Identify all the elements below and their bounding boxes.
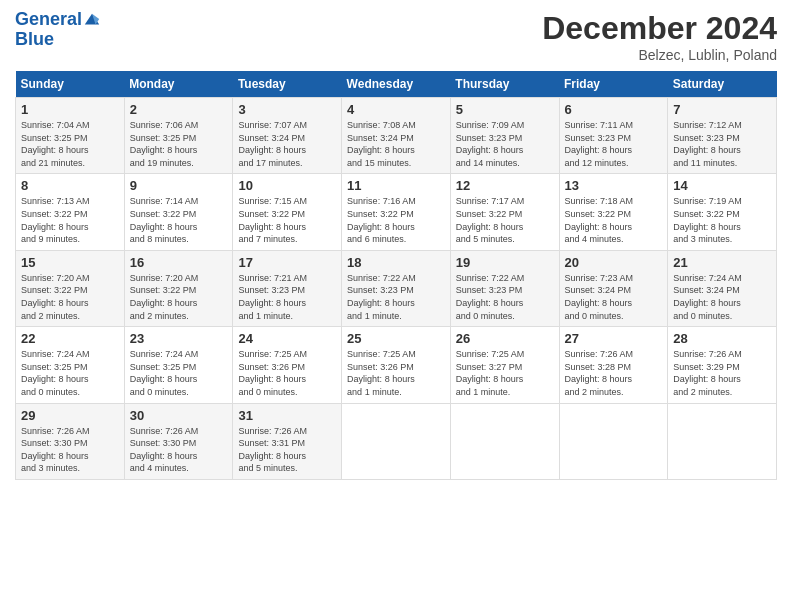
location: Belzec, Lublin, Poland bbox=[542, 47, 777, 63]
table-row: 17Sunrise: 7:21 AMSunset: 3:23 PMDayligh… bbox=[233, 250, 342, 326]
month-title: December 2024 bbox=[542, 10, 777, 47]
calendar-week-row: 8Sunrise: 7:13 AMSunset: 3:22 PMDaylight… bbox=[16, 174, 777, 250]
day-number: 15 bbox=[21, 255, 119, 270]
day-number: 6 bbox=[565, 102, 663, 117]
table-row: 10Sunrise: 7:15 AMSunset: 3:22 PMDayligh… bbox=[233, 174, 342, 250]
logo-icon bbox=[83, 11, 101, 29]
logo: General Blue bbox=[15, 10, 101, 50]
table-row: 29Sunrise: 7:26 AMSunset: 3:30 PMDayligh… bbox=[16, 403, 125, 479]
day-info: Sunrise: 7:08 AMSunset: 3:24 PMDaylight:… bbox=[347, 119, 445, 169]
table-row: 12Sunrise: 7:17 AMSunset: 3:22 PMDayligh… bbox=[450, 174, 559, 250]
day-info: Sunrise: 7:18 AMSunset: 3:22 PMDaylight:… bbox=[565, 195, 663, 245]
day-info: Sunrise: 7:12 AMSunset: 3:23 PMDaylight:… bbox=[673, 119, 771, 169]
day-number: 10 bbox=[238, 178, 336, 193]
day-number: 20 bbox=[565, 255, 663, 270]
calendar-week-row: 29Sunrise: 7:26 AMSunset: 3:30 PMDayligh… bbox=[16, 403, 777, 479]
day-number: 25 bbox=[347, 331, 445, 346]
day-number: 27 bbox=[565, 331, 663, 346]
day-info: Sunrise: 7:24 AMSunset: 3:25 PMDaylight:… bbox=[21, 348, 119, 398]
table-row: 13Sunrise: 7:18 AMSunset: 3:22 PMDayligh… bbox=[559, 174, 668, 250]
table-row: 8Sunrise: 7:13 AMSunset: 3:22 PMDaylight… bbox=[16, 174, 125, 250]
table-row: 4Sunrise: 7:08 AMSunset: 3:24 PMDaylight… bbox=[342, 98, 451, 174]
table-row bbox=[668, 403, 777, 479]
table-row: 21Sunrise: 7:24 AMSunset: 3:24 PMDayligh… bbox=[668, 250, 777, 326]
table-row bbox=[342, 403, 451, 479]
page-container: General Blue December 2024 Belzec, Lubli… bbox=[0, 0, 792, 490]
table-row: 30Sunrise: 7:26 AMSunset: 3:30 PMDayligh… bbox=[124, 403, 233, 479]
page-header: General Blue December 2024 Belzec, Lubli… bbox=[15, 10, 777, 63]
calendar-week-row: 15Sunrise: 7:20 AMSunset: 3:22 PMDayligh… bbox=[16, 250, 777, 326]
day-info: Sunrise: 7:22 AMSunset: 3:23 PMDaylight:… bbox=[347, 272, 445, 322]
day-number: 18 bbox=[347, 255, 445, 270]
day-info: Sunrise: 7:07 AMSunset: 3:24 PMDaylight:… bbox=[238, 119, 336, 169]
table-row: 16Sunrise: 7:20 AMSunset: 3:22 PMDayligh… bbox=[124, 250, 233, 326]
day-number: 9 bbox=[130, 178, 228, 193]
day-number: 16 bbox=[130, 255, 228, 270]
day-info: Sunrise: 7:24 AMSunset: 3:24 PMDaylight:… bbox=[673, 272, 771, 322]
day-info: Sunrise: 7:04 AMSunset: 3:25 PMDaylight:… bbox=[21, 119, 119, 169]
day-info: Sunrise: 7:06 AMSunset: 3:25 PMDaylight:… bbox=[130, 119, 228, 169]
day-number: 21 bbox=[673, 255, 771, 270]
day-info: Sunrise: 7:14 AMSunset: 3:22 PMDaylight:… bbox=[130, 195, 228, 245]
day-number: 14 bbox=[673, 178, 771, 193]
col-sunday: Sunday bbox=[16, 71, 125, 98]
day-info: Sunrise: 7:11 AMSunset: 3:23 PMDaylight:… bbox=[565, 119, 663, 169]
day-info: Sunrise: 7:25 AMSunset: 3:26 PMDaylight:… bbox=[238, 348, 336, 398]
day-number: 24 bbox=[238, 331, 336, 346]
day-number: 22 bbox=[21, 331, 119, 346]
day-number: 31 bbox=[238, 408, 336, 423]
col-tuesday: Tuesday bbox=[233, 71, 342, 98]
table-row: 22Sunrise: 7:24 AMSunset: 3:25 PMDayligh… bbox=[16, 327, 125, 403]
day-info: Sunrise: 7:24 AMSunset: 3:25 PMDaylight:… bbox=[130, 348, 228, 398]
calendar-table: Sunday Monday Tuesday Wednesday Thursday… bbox=[15, 71, 777, 480]
day-info: Sunrise: 7:09 AMSunset: 3:23 PMDaylight:… bbox=[456, 119, 554, 169]
day-info: Sunrise: 7:26 AMSunset: 3:30 PMDaylight:… bbox=[130, 425, 228, 475]
col-monday: Monday bbox=[124, 71, 233, 98]
day-info: Sunrise: 7:26 AMSunset: 3:28 PMDaylight:… bbox=[565, 348, 663, 398]
table-row bbox=[450, 403, 559, 479]
table-row: 6Sunrise: 7:11 AMSunset: 3:23 PMDaylight… bbox=[559, 98, 668, 174]
day-info: Sunrise: 7:26 AMSunset: 3:29 PMDaylight:… bbox=[673, 348, 771, 398]
logo-text: General bbox=[15, 10, 82, 30]
calendar-week-row: 1Sunrise: 7:04 AMSunset: 3:25 PMDaylight… bbox=[16, 98, 777, 174]
day-info: Sunrise: 7:21 AMSunset: 3:23 PMDaylight:… bbox=[238, 272, 336, 322]
table-row: 9Sunrise: 7:14 AMSunset: 3:22 PMDaylight… bbox=[124, 174, 233, 250]
day-number: 1 bbox=[21, 102, 119, 117]
day-number: 23 bbox=[130, 331, 228, 346]
table-row: 7Sunrise: 7:12 AMSunset: 3:23 PMDaylight… bbox=[668, 98, 777, 174]
table-row: 5Sunrise: 7:09 AMSunset: 3:23 PMDaylight… bbox=[450, 98, 559, 174]
table-row: 3Sunrise: 7:07 AMSunset: 3:24 PMDaylight… bbox=[233, 98, 342, 174]
day-number: 2 bbox=[130, 102, 228, 117]
day-number: 30 bbox=[130, 408, 228, 423]
table-row bbox=[559, 403, 668, 479]
day-info: Sunrise: 7:25 AMSunset: 3:26 PMDaylight:… bbox=[347, 348, 445, 398]
day-info: Sunrise: 7:23 AMSunset: 3:24 PMDaylight:… bbox=[565, 272, 663, 322]
col-thursday: Thursday bbox=[450, 71, 559, 98]
table-row: 26Sunrise: 7:25 AMSunset: 3:27 PMDayligh… bbox=[450, 327, 559, 403]
col-wednesday: Wednesday bbox=[342, 71, 451, 98]
table-row: 31Sunrise: 7:26 AMSunset: 3:31 PMDayligh… bbox=[233, 403, 342, 479]
table-row: 20Sunrise: 7:23 AMSunset: 3:24 PMDayligh… bbox=[559, 250, 668, 326]
day-number: 12 bbox=[456, 178, 554, 193]
table-row: 14Sunrise: 7:19 AMSunset: 3:22 PMDayligh… bbox=[668, 174, 777, 250]
table-row: 18Sunrise: 7:22 AMSunset: 3:23 PMDayligh… bbox=[342, 250, 451, 326]
day-info: Sunrise: 7:20 AMSunset: 3:22 PMDaylight:… bbox=[21, 272, 119, 322]
calendar-week-row: 22Sunrise: 7:24 AMSunset: 3:25 PMDayligh… bbox=[16, 327, 777, 403]
table-row: 24Sunrise: 7:25 AMSunset: 3:26 PMDayligh… bbox=[233, 327, 342, 403]
day-number: 11 bbox=[347, 178, 445, 193]
table-row: 23Sunrise: 7:24 AMSunset: 3:25 PMDayligh… bbox=[124, 327, 233, 403]
day-info: Sunrise: 7:15 AMSunset: 3:22 PMDaylight:… bbox=[238, 195, 336, 245]
day-number: 7 bbox=[673, 102, 771, 117]
day-info: Sunrise: 7:25 AMSunset: 3:27 PMDaylight:… bbox=[456, 348, 554, 398]
day-info: Sunrise: 7:16 AMSunset: 3:22 PMDaylight:… bbox=[347, 195, 445, 245]
col-saturday: Saturday bbox=[668, 71, 777, 98]
day-number: 8 bbox=[21, 178, 119, 193]
day-info: Sunrise: 7:26 AMSunset: 3:31 PMDaylight:… bbox=[238, 425, 336, 475]
table-row: 25Sunrise: 7:25 AMSunset: 3:26 PMDayligh… bbox=[342, 327, 451, 403]
day-number: 17 bbox=[238, 255, 336, 270]
calendar-header-row: Sunday Monday Tuesday Wednesday Thursday… bbox=[16, 71, 777, 98]
col-friday: Friday bbox=[559, 71, 668, 98]
title-block: December 2024 Belzec, Lublin, Poland bbox=[542, 10, 777, 63]
day-info: Sunrise: 7:20 AMSunset: 3:22 PMDaylight:… bbox=[130, 272, 228, 322]
day-number: 19 bbox=[456, 255, 554, 270]
